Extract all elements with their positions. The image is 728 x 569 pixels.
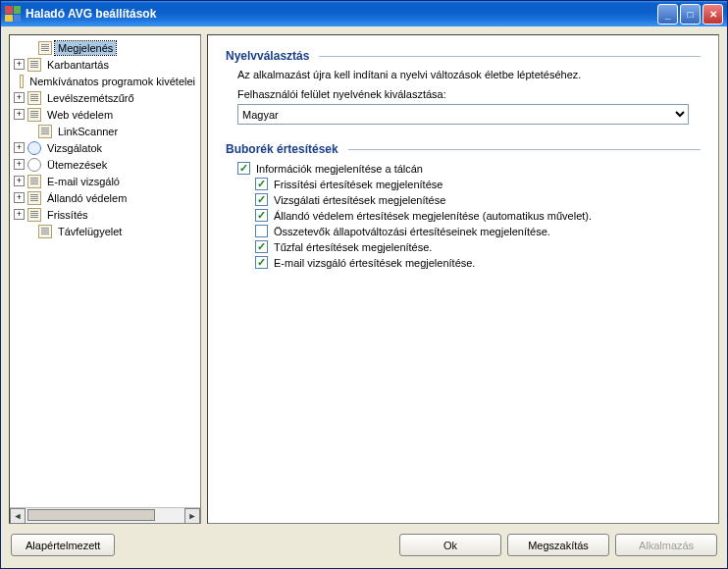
tree-item[interactable]: LinkScanner: [12, 123, 198, 139]
checkbox-icon: [255, 225, 268, 237]
page-icon: [27, 191, 41, 205]
tree-item-label: Távfelügyelet: [55, 225, 125, 238]
expand-icon[interactable]: +: [14, 192, 25, 203]
checkbox-row[interactable]: Frissítési értesítések megjelenítése: [255, 178, 689, 190]
expand-icon[interactable]: +: [14, 159, 25, 170]
language-note: Az alkalmazást újra kell indítani a nyel…: [237, 69, 689, 80]
checkbox-icon: [255, 193, 268, 206]
apply-button[interactable]: Alkalmazás: [615, 534, 717, 556]
tree-item[interactable]: +E-mail vizsgáló: [12, 173, 198, 189]
tree-item-label: LinkScanner: [55, 125, 121, 138]
tree-spacer: [14, 226, 25, 236]
scroll-right-button[interactable]: ►: [184, 508, 200, 524]
checkbox-label: Összetevők állapotváltozási értesítésein…: [274, 226, 550, 237]
checkbox-label: Vizsgálati értesítések megjelenítése: [274, 194, 445, 206]
tree-item-label: Vizsgálatok: [44, 141, 105, 155]
tree-item[interactable]: +Frissítés: [12, 206, 198, 223]
default-button[interactable]: Alapértelmezett: [11, 534, 115, 556]
magnify-icon: [27, 141, 41, 155]
expand-icon[interactable]: +: [14, 59, 25, 70]
language-field-label: Felhasználói felület nyelvének kiválaszt…: [237, 88, 689, 100]
language-select[interactable]: Magyar: [237, 104, 689, 125]
checkbox-icon: [255, 209, 268, 222]
tree-item[interactable]: +Vizsgálatok: [12, 139, 198, 156]
tree-item-label: Frissítés: [44, 208, 91, 222]
tree-item-label: Állandó védelem: [44, 191, 130, 205]
tree-item[interactable]: +Levélszemétszűrő: [12, 89, 198, 106]
maximize-button[interactable]: □: [680, 4, 701, 25]
section-balloon: Buborék értesítések: [226, 142, 701, 156]
checkbox-row[interactable]: Állandó védelem értesítések megjelenítés…: [255, 209, 689, 222]
tree-item[interactable]: +Web védelem: [12, 106, 198, 123]
checkbox-label: Tűzfal értesítések megjelenítése.: [274, 241, 432, 253]
page-icon: [27, 58, 41, 72]
tree-item[interactable]: Nemkívánatos programok kivételei: [12, 73, 198, 89]
tree-item[interactable]: +Karbantartás: [12, 56, 198, 73]
checkbox-icon: [237, 162, 250, 175]
scroll-track[interactable]: [26, 508, 184, 523]
checkbox-row[interactable]: Tűzfal értesítések megjelenítése.: [255, 240, 689, 253]
checkbox-row[interactable]: Vizsgálati értesítések megjelenítése: [255, 193, 689, 206]
checkbox-label: E-mail vizsgáló értesítések megjelenítés…: [274, 257, 475, 269]
ok-button[interactable]: Ok: [399, 534, 501, 556]
scroll-thumb[interactable]: [27, 509, 155, 521]
tree-item[interactable]: Megjelenés: [12, 39, 198, 56]
page-icon: [20, 75, 24, 88]
expand-icon[interactable]: +: [14, 209, 25, 220]
tree-item-label: Web védelem: [44, 108, 116, 122]
expand-icon[interactable]: +: [14, 92, 25, 103]
checkbox-row[interactable]: Összetevők állapotváltozási értesítésein…: [255, 225, 689, 237]
tree-item-label: Karbantartás: [44, 58, 112, 72]
nav-tree-panel: Megjelenés+KarbantartásNemkívánatos prog…: [9, 34, 201, 524]
settings-window: Haladó AVG beállítások _ □ ✕ Megjelenés+…: [0, 0, 728, 569]
tree-item[interactable]: Távfelügyelet: [12, 223, 198, 239]
tree-item[interactable]: +Ütemezések: [12, 156, 198, 173]
checkbox-row[interactable]: E-mail vizsgáló értesítések megjelenítés…: [255, 256, 689, 269]
scroll-left-button[interactable]: ◄: [10, 508, 26, 524]
checkbox-label: Információk megjelenítése a tálcán: [256, 163, 423, 175]
button-bar: Alapértelmezett Ok Megszakítás Alkalmazá…: [9, 532, 719, 560]
tree-item[interactable]: +Állandó védelem: [12, 189, 198, 206]
page-icon: [27, 91, 41, 105]
minimize-button[interactable]: _: [657, 4, 678, 25]
page-icon: [38, 225, 52, 238]
expand-icon[interactable]: +: [14, 109, 25, 120]
checkbox-label: Frissítési értesítések megjelenítése: [274, 179, 442, 190]
checkbox-tray-info[interactable]: Információk megjelenítése a tálcán: [237, 162, 689, 175]
checkbox-icon: [255, 240, 268, 253]
page-icon: [27, 208, 41, 222]
tree-spacer: [14, 42, 25, 53]
page-icon: [38, 125, 52, 138]
tree-item-label: Levélszemétszűrő: [44, 91, 137, 105]
nav-tree[interactable]: Megjelenés+KarbantartásNemkívánatos prog…: [10, 35, 200, 507]
tree-spacer: [14, 76, 16, 86]
tree-item-label: Ütemezések: [44, 158, 110, 172]
horizontal-scrollbar[interactable]: ◄ ►: [10, 507, 200, 523]
cancel-button[interactable]: Megszakítás: [507, 534, 609, 556]
page-icon: [38, 41, 52, 55]
clock-icon: [27, 158, 41, 172]
checkbox-label: Állandó védelem értesítések megjelenítés…: [274, 210, 592, 222]
tree-item-label: Megjelenés: [55, 41, 116, 55]
content-panel: Nyelvválasztás Az alkalmazást újra kell …: [207, 34, 719, 524]
section-balloon-label: Buborék értesítések: [226, 142, 338, 156]
checkbox-icon: [255, 256, 268, 269]
app-icon: [5, 6, 21, 22]
tree-spacer: [14, 126, 25, 136]
checkbox-icon: [255, 178, 268, 190]
window-title: Haladó AVG beállítások: [26, 7, 657, 21]
page-icon: [27, 175, 41, 188]
tree-item-label: Nemkívánatos programok kivételei: [26, 75, 198, 88]
expand-icon[interactable]: +: [14, 142, 25, 153]
tree-item-label: E-mail vizsgáló: [44, 175, 123, 188]
section-language: Nyelvválasztás: [226, 49, 701, 63]
page-icon: [27, 108, 41, 122]
titlebar: Haladó AVG beállítások _ □ ✕: [1, 1, 727, 26]
section-language-label: Nyelvválasztás: [226, 49, 309, 63]
expand-icon[interactable]: +: [14, 176, 25, 186]
close-button[interactable]: ✕: [702, 4, 723, 25]
